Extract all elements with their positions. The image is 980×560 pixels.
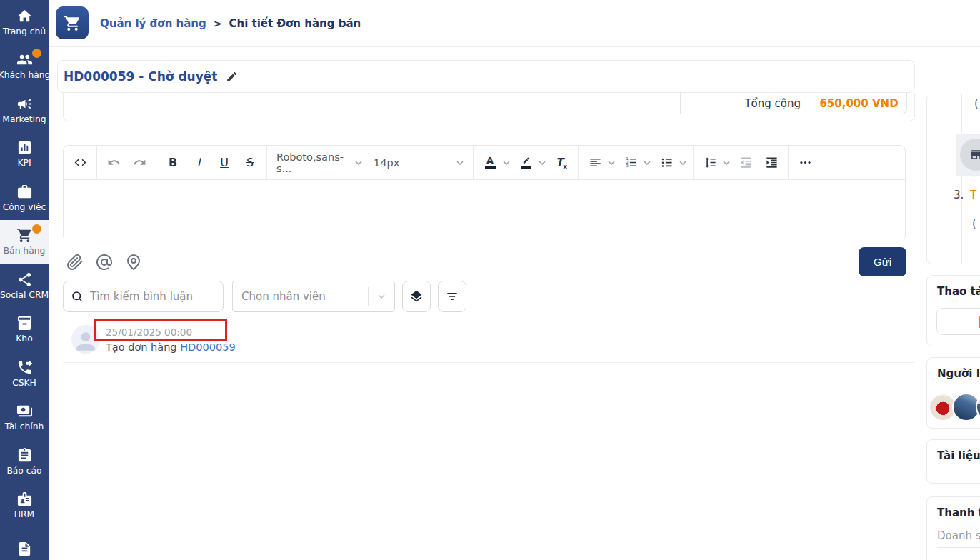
sidebar-item-bao-cao[interactable]: Báo cáo (0, 439, 49, 484)
annotation-red-box (94, 319, 227, 341)
redo-button[interactable] (126, 150, 152, 176)
top-header: Quản lý đơn hàng > Chi tiết Đơn hàng bán (49, 0, 980, 47)
payment-title: Thanh toán (927, 497, 980, 519)
clear-format-icon: Tx (556, 156, 567, 170)
bullet-list-button[interactable] (654, 150, 689, 176)
align-button[interactable] (582, 150, 618, 176)
more-options-button[interactable] (792, 150, 818, 176)
send-button[interactable]: Gửi (859, 247, 906, 276)
sidebar-item-trang-chu[interactable]: Trang chủ (0, 0, 49, 44)
notification-dot (32, 224, 41, 234)
line-height-icon (704, 156, 717, 169)
toolbar-group-align-list: 123 (579, 146, 694, 179)
font-size-select[interactable]: 14px (368, 150, 469, 176)
filter-comments-button[interactable] (438, 281, 466, 312)
sidebar-item-label: Tài chính (5, 421, 44, 431)
clear-formatting-button[interactable]: Tx (549, 150, 574, 176)
mention-button[interactable] (96, 254, 113, 271)
svg-text:3: 3 (626, 164, 628, 168)
code-view-button[interactable] (67, 150, 93, 176)
sidebar-item-tai-lieu[interactable] (0, 527, 49, 560)
total-label: Tổng cộng (680, 93, 811, 114)
ellipsis-icon (799, 156, 812, 169)
strikethrough-button[interactable]: S (237, 150, 263, 176)
bullet-list-icon (660, 156, 674, 169)
toolbar-group-color: A Tx (474, 146, 579, 179)
sidebar-item-label: Marketing (2, 114, 46, 124)
product-row-index: 3. (954, 189, 964, 201)
megaphone-icon (16, 96, 33, 112)
comment-editor: B I U S Roboto,sans-s... 14px A (63, 145, 906, 241)
customers-icon (16, 51, 33, 68)
paperclip-icon (66, 254, 84, 271)
font-family-value: Roboto,sans-s... (276, 151, 355, 174)
action-button[interactable] (936, 308, 980, 335)
share-icon (16, 271, 33, 288)
attach-file-button[interactable] (66, 254, 84, 271)
toolbar-group-more (789, 146, 821, 179)
editor-content-area[interactable] (64, 180, 905, 241)
sidebar-item-label: Social CRM (0, 290, 49, 300)
employee-select[interactable]: Chọn nhân viên (232, 281, 395, 312)
store-icon (969, 148, 980, 161)
sidebar-item-label: HRM (14, 509, 34, 519)
highlighter-icon (520, 156, 531, 166)
sidebar-item-social-crm[interactable]: Social CRM (0, 264, 49, 308)
indent-button[interactable] (759, 150, 784, 176)
sidebar-item-cong-viec[interactable]: Công việc (0, 176, 49, 220)
toolbar-group-history (97, 146, 156, 179)
undo-icon (107, 156, 121, 169)
sidebar-item-cskh[interactable]: CSKH (0, 351, 49, 396)
partial-text-top: ( (974, 97, 979, 110)
outdent-button[interactable] (733, 150, 759, 176)
contact-avatars (929, 393, 980, 421)
report-icon (16, 447, 33, 464)
hrm-icon (16, 491, 33, 507)
order-link[interactable]: HD000059 (180, 341, 235, 353)
layers-icon (409, 289, 424, 304)
text-color-button[interactable]: A (477, 150, 513, 176)
sidebar-item-khach-hang[interactable]: Khách hàng (0, 44, 49, 89)
edit-title-button[interactable] (226, 71, 238, 83)
contacts-title: Người liên (927, 358, 980, 380)
sidebar-item-kho[interactable]: Kho (0, 308, 49, 352)
product-thumbnail (956, 134, 980, 176)
breadcrumb-separator: > (214, 18, 222, 29)
breadcrumb-order-detail: Chi tiết Đơn hàng bán (229, 17, 361, 30)
orders-module-button[interactable] (56, 6, 89, 39)
toolbar-group-basic-format: B I U S (156, 146, 267, 179)
underline-button[interactable]: U (211, 150, 237, 176)
bold-button[interactable]: B (160, 150, 186, 176)
breadcrumb-orders[interactable]: Quản lý đơn hàng (100, 17, 206, 30)
font-family-select[interactable]: Roboto,sans-s... (271, 150, 368, 176)
ordered-list-button[interactable]: 123 (618, 150, 654, 176)
sidebar-item-kpi[interactable]: KPI (0, 132, 49, 176)
sidebar-item-marketing[interactable]: Marketing (0, 88, 49, 132)
italic-button[interactable]: I (186, 150, 211, 176)
group-comments-button[interactable] (402, 281, 431, 312)
sidebar-item-tai-chinh[interactable]: Tài chính (0, 396, 49, 440)
product-name-partial[interactable]: T (970, 189, 976, 201)
highlight-color-button[interactable] (513, 150, 549, 176)
sidebar-item-label: KPI (17, 158, 31, 168)
order-title-card: HD000059 - Chờ duyệt (57, 60, 915, 93)
home-icon (16, 8, 33, 24)
chevron-down-icon (608, 161, 615, 165)
sidebar-item-ban-hang[interactable]: Bán hàng (0, 220, 49, 264)
location-button[interactable] (125, 254, 142, 271)
comment-text: Tạo đơn hàng HD000059 (106, 341, 236, 353)
cart-icon (64, 14, 81, 32)
location-pin-icon (125, 254, 142, 271)
sidebar-item-hrm[interactable]: HRM (0, 484, 49, 528)
undo-button[interactable] (101, 150, 126, 176)
comment-search-input[interactable] (90, 290, 216, 303)
ordered-list-icon: 123 (624, 156, 638, 169)
line-height-button[interactable] (697, 150, 733, 176)
documents-card: Tài liệu liên (926, 439, 980, 484)
contacts-card: Người liên (926, 357, 980, 429)
chevron-down-icon (723, 161, 730, 165)
actions-card: Thao tác (926, 275, 980, 346)
chevron-down-icon (456, 161, 464, 165)
chevron-down-icon (539, 161, 546, 165)
sidebar-item-label: Bán hàng (4, 246, 46, 256)
